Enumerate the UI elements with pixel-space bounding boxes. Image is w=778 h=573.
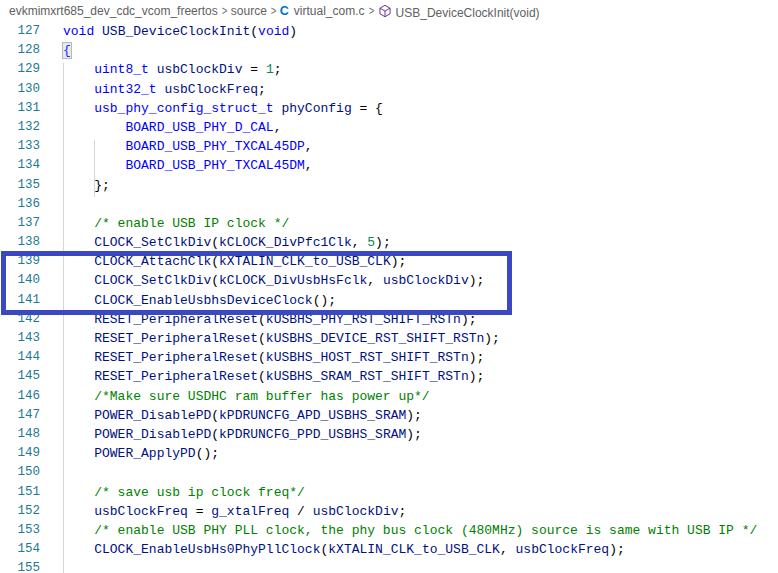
- line-number[interactable]: 135: [0, 176, 40, 195]
- token-pn: ;: [258, 82, 266, 97]
- code-line[interactable]: 142 RESET_PeripheralReset(kUSBHS_PHY_RST…: [0, 310, 778, 329]
- line-number[interactable]: 129: [0, 60, 40, 79]
- code-line[interactable]: 133 BOARD_USB_PHY_TXCAL45DP,: [0, 137, 778, 156]
- token-id: POWER_DisablePD: [94, 408, 211, 423]
- token-id: kXTALIN_CLK_to_USB_CLK: [328, 542, 500, 557]
- line-number[interactable]: 136: [0, 195, 40, 214]
- line-number[interactable]: 130: [0, 80, 40, 99]
- code-text: RESET_PeripheralReset(kUSBHS_HOST_RST_SH…: [63, 348, 484, 367]
- line-number[interactable]: 149: [0, 444, 40, 463]
- line-number[interactable]: 133: [0, 137, 40, 156]
- code-line[interactable]: 140 CLOCK_SetClkDiv(kCLOCK_DivUsbHsFclk,…: [0, 271, 778, 290]
- code-line[interactable]: 135 };: [0, 176, 778, 195]
- code-line[interactable]: 134 BOARD_USB_PHY_TXCAL45DM,: [0, 156, 778, 175]
- line-number[interactable]: 152: [0, 502, 40, 521]
- token-pn: (: [211, 254, 219, 269]
- token-pn: [63, 542, 94, 557]
- code-editor[interactable]: 127void USB_DeviceClockInit(void)128{129…: [0, 22, 778, 573]
- code-line[interactable]: 141 CLOCK_EnableUsbhsDeviceClock();: [0, 291, 778, 310]
- token-id: CLOCK_AttachClk: [94, 254, 211, 269]
- code-line[interactable]: 145 RESET_PeripheralReset(kUSBHS_SRAM_RS…: [0, 367, 778, 386]
- line-number[interactable]: 143: [0, 329, 40, 348]
- token-kw: uint32_t: [94, 82, 156, 97]
- token-pn: (: [211, 235, 219, 250]
- token-id: usbClockFreq: [94, 504, 188, 519]
- line-number[interactable]: 132: [0, 118, 40, 137]
- code-line[interactable]: 152 usbClockFreq = g_xtalFreq / usbClock…: [0, 502, 778, 521]
- code-line[interactable]: 155: [0, 559, 778, 573]
- code-line[interactable]: 150: [0, 463, 778, 482]
- token-pn: (: [211, 273, 219, 288]
- token-pn: );: [609, 542, 625, 557]
- breadcrumb-item-evkmimxrt685-dev-cdc-vcom-freertos[interactable]: evkmimxrt685_dev_cdc_vcom_freertos: [9, 4, 218, 18]
- breadcrumb-item-usb-deviceclockinit-void-[interactable]: USB_DeviceClockInit(void): [378, 3, 540, 20]
- line-number[interactable]: 138: [0, 233, 40, 252]
- line-number[interactable]: 128: [0, 41, 40, 60]
- line-number[interactable]: 131: [0, 99, 40, 118]
- token-pn: [63, 389, 94, 404]
- code-text: POWER_DisablePD(kPDRUNCFG_APD_USBHS_SRAM…: [63, 406, 422, 425]
- token-pn: ,: [305, 158, 313, 173]
- token-pn: ): [289, 24, 297, 39]
- code-line[interactable]: 136: [0, 195, 778, 214]
- line-number[interactable]: 155: [0, 559, 40, 573]
- code-text: usbClockFreq = g_xtalFreq / usbClockDiv;: [63, 502, 406, 521]
- code-line[interactable]: 148 POWER_DisablePD(kPDRUNCFG_PPD_USBHS_…: [0, 425, 778, 444]
- token-pn: [63, 235, 94, 250]
- token-kw: void: [258, 24, 289, 39]
- code-line[interactable]: 143 RESET_PeripheralReset(kUSBHS_DEVICE_…: [0, 329, 778, 348]
- code-text: void USB_DeviceClockInit(void): [63, 22, 297, 41]
- line-number[interactable]: 142: [0, 310, 40, 329]
- code-line[interactable]: 138 CLOCK_SetClkDiv(kCLOCK_DivPfc1Clk, 5…: [0, 233, 778, 252]
- line-number[interactable]: 137: [0, 214, 40, 233]
- code-line[interactable]: 146 /*Make sure USDHC ram buffer has pow…: [0, 387, 778, 406]
- code-line[interactable]: 130 uint32_t usbClockFreq;: [0, 80, 778, 99]
- token-pn: ;: [399, 504, 407, 519]
- code-line[interactable]: 131 usb_phy_config_struct_t phyConfig = …: [0, 99, 778, 118]
- code-line[interactable]: 144 RESET_PeripheralReset(kUSBHS_HOST_RS…: [0, 348, 778, 367]
- token-id: CLOCK_SetClkDiv: [94, 235, 211, 250]
- line-number[interactable]: 147: [0, 406, 40, 425]
- code-line[interactable]: 129 uint8_t usbClockDiv = 1;: [0, 60, 778, 79]
- code-line[interactable]: 127void USB_DeviceClockInit(void): [0, 22, 778, 41]
- code-line[interactable]: 147 POWER_DisablePD(kPDRUNCFG_APD_USBHS_…: [0, 406, 778, 425]
- code-line[interactable]: 139 CLOCK_AttachClk(kXTALIN_CLK_to_USB_C…: [0, 252, 778, 271]
- code-text: /* enable USB IP clock */: [63, 214, 289, 233]
- code-text: BOARD_USB_PHY_D_CAL,: [63, 118, 281, 137]
- line-number[interactable]: 140: [0, 271, 40, 290]
- token-pn: );: [469, 273, 485, 288]
- line-number[interactable]: 151: [0, 483, 40, 502]
- line-number[interactable]: 134: [0, 156, 40, 175]
- token-pn: [63, 427, 94, 442]
- token-pn: [63, 369, 94, 384]
- line-number[interactable]: 141: [0, 291, 40, 310]
- breadcrumb-label: USB_DeviceClockInit(void): [396, 6, 540, 20]
- code-line[interactable]: 128{: [0, 41, 778, 60]
- line-number[interactable]: 145: [0, 367, 40, 386]
- line-number[interactable]: 148: [0, 425, 40, 444]
- token-pn: );: [406, 427, 422, 442]
- token-pn: [63, 293, 94, 308]
- code-line[interactable]: 137 /* enable USB IP clock */: [0, 214, 778, 233]
- line-number[interactable]: 139: [0, 252, 40, 271]
- line-number[interactable]: 150: [0, 463, 40, 482]
- code-text: usb_phy_config_struct_t phyConfig = {: [63, 99, 383, 118]
- line-number[interactable]: 127: [0, 22, 40, 41]
- line-number[interactable]: 153: [0, 521, 40, 540]
- code-line[interactable]: 151 /* save usb ip clock freq*/: [0, 483, 778, 502]
- token-kw: void: [63, 24, 94, 39]
- breadcrumb-item-virtual-com-c[interactable]: Cvirtual_com.c: [280, 4, 365, 18]
- line-number[interactable]: 154: [0, 540, 40, 559]
- code-line[interactable]: 149 POWER_ApplyPD();: [0, 444, 778, 463]
- code-line[interactable]: 153 /* enable USB PHY PLL clock, the phy…: [0, 521, 778, 540]
- token-nu: 5: [367, 235, 375, 250]
- line-number[interactable]: 144: [0, 348, 40, 367]
- code-line[interactable]: 132 BOARD_USB_PHY_D_CAL,: [0, 118, 778, 137]
- token-id: CLOCK_SetClkDiv: [94, 273, 211, 288]
- breadcrumb-item-source[interactable]: source: [231, 4, 267, 18]
- token-id: usbClockFreq: [164, 82, 258, 97]
- line-number[interactable]: 146: [0, 387, 40, 406]
- code-line[interactable]: 154 CLOCK_EnableUsbHs0PhyPllClock(kXTALI…: [0, 540, 778, 559]
- code-text: CLOCK_SetClkDiv(kCLOCK_DivPfc1Clk, 5);: [63, 233, 391, 252]
- token-id: RESET_PeripheralReset: [94, 350, 258, 365]
